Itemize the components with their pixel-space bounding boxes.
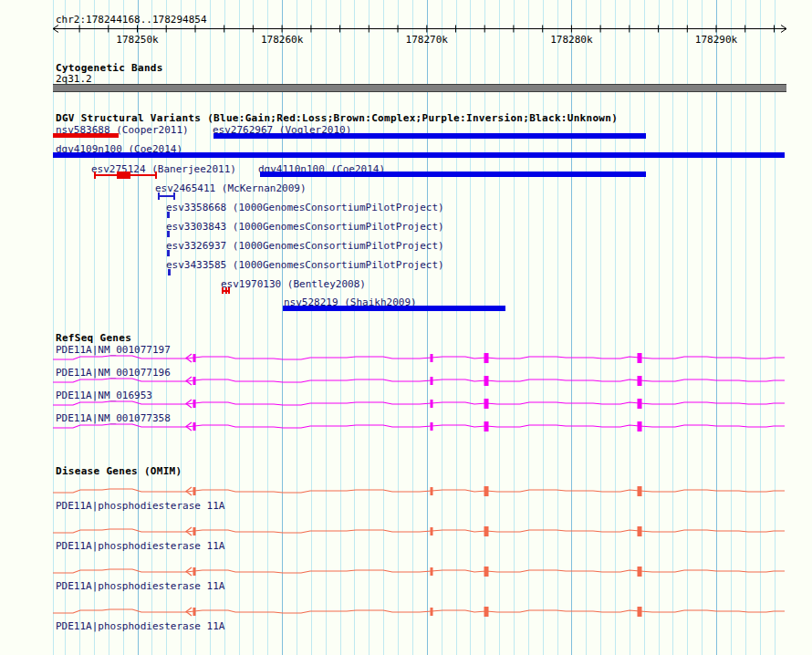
gene-exon-tick	[484, 567, 489, 577]
gene-exon-tick	[431, 567, 433, 576]
gridline	[267, 0, 268, 655]
dgv-feature-ibeam[interactable]	[94, 172, 157, 179]
dgv-feature-label[interactable]: esv3326937 (1000GenomesConsortiumPilotPr…	[166, 240, 444, 252]
refseq-transcript-glyph[interactable]	[0, 419, 812, 434]
gene-exon-tick	[193, 354, 196, 362]
dgv-feature-tick[interactable]	[168, 269, 171, 276]
gridline	[630, 0, 630, 655]
ibeam-end	[225, 287, 227, 294]
dgv-feature-bar[interactable]	[283, 306, 505, 311]
gene-exon-tick	[431, 400, 433, 408]
dgv-feature-bar[interactable]	[53, 133, 119, 138]
axis-tick-label: 178250k	[116, 34, 158, 46]
dgv-feature-bar[interactable]	[213, 133, 646, 139]
gene-exon-tick	[484, 607, 489, 617]
dgv-feature-ibeam[interactable]	[222, 287, 230, 294]
gene-exon-tick	[431, 422, 433, 431]
dgv-feature-bar[interactable]	[53, 152, 785, 158]
gene-exon-tick	[431, 487, 433, 495]
gene-exon-tick	[193, 400, 196, 408]
gridline	[470, 0, 471, 655]
gridline	[94, 0, 95, 655]
gridline	[484, 0, 485, 655]
omim-gene-label[interactable]: PDE11A|phosphodiesterase 11A	[56, 500, 224, 512]
omim-gene-glyph[interactable]	[0, 564, 812, 579]
refseq-transcript-glyph[interactable]	[0, 350, 812, 366]
axis-tick-label: 178270k	[406, 34, 448, 46]
omim-track-header: Disease Genes (OMIM)	[56, 465, 182, 477]
refseq-transcript-glyph[interactable]	[0, 373, 812, 389]
gene-exon-tick	[431, 608, 433, 616]
omim-gene-label[interactable]: PDE11A|phosphodiesterase 11A	[56, 620, 224, 632]
gridline	[224, 0, 225, 655]
gridline	[109, 0, 109, 655]
gridline	[716, 0, 717, 655]
gridline	[659, 0, 660, 655]
gene-exon-tick	[484, 353, 489, 363]
gridline	[253, 0, 254, 655]
gridline	[282, 0, 283, 655]
gene-exon-tick	[638, 486, 642, 496]
dgv-feature-label[interactable]: esv2465411 (McKernan2009)	[155, 182, 307, 194]
gene-exon-tick	[484, 421, 489, 431]
gridline	[427, 0, 428, 655]
gene-intron-line	[53, 379, 785, 382]
gridline	[571, 0, 572, 655]
gridline	[138, 0, 139, 655]
dgv-feature-bar[interactable]	[260, 172, 646, 177]
dgv-feature-label[interactable]: esv3433585 (1000GenomesConsortiumPilotPr…	[166, 259, 444, 271]
ibeam-box	[117, 172, 130, 179]
gene-exon-tick	[638, 376, 642, 386]
gridline	[79, 0, 80, 655]
left-arrow-icon	[53, 29, 58, 33]
omim-gene-glyph[interactable]	[0, 483, 812, 499]
dgv-feature-ibeam[interactable]	[158, 192, 175, 200]
gene-exon-tick	[638, 421, 642, 431]
gridline	[687, 0, 688, 655]
ibeam-end	[158, 192, 160, 200]
genome-browser-panel: chr2:178244168..178294854 178250k178260k…	[0, 0, 812, 655]
right-arrow-icon	[781, 26, 786, 29]
dgv-feature-tick[interactable]	[167, 212, 170, 218]
ibeam-end	[94, 172, 96, 179]
gridline	[65, 0, 66, 655]
gene-exon-tick	[484, 486, 489, 496]
gridline	[456, 0, 457, 655]
gridline	[672, 0, 673, 655]
gridline	[195, 0, 196, 655]
gene-exon-tick	[193, 608, 196, 616]
axis-tick-label: 178260k	[261, 34, 303, 46]
gene-intron-line	[53, 609, 785, 613]
gene-exon-tick	[638, 567, 642, 577]
omim-gene-glyph[interactable]	[0, 524, 812, 539]
gridline	[615, 0, 616, 655]
gene-exon-tick	[431, 354, 433, 362]
omim-gene-label[interactable]: PDE11A|phosphodiesterase 11A	[56, 580, 224, 592]
gridline	[297, 0, 297, 655]
gridline	[210, 0, 211, 655]
dgv-feature-tick[interactable]	[167, 250, 170, 256]
dgv-feature-label[interactable]: esv3358668 (1000GenomesConsortiumPilotPr…	[166, 202, 444, 213]
axis-tick-label: 178290k	[695, 34, 737, 46]
omim-gene-label[interactable]: PDE11A|phosphodiesterase 11A	[56, 540, 224, 552]
cytoband-bar[interactable]	[53, 84, 786, 92]
dgv-feature-label[interactable]: esv1970130 (Bentley2008)	[221, 278, 366, 290]
gene-exon-tick	[638, 607, 642, 617]
gridline	[181, 0, 182, 655]
gridline	[354, 0, 355, 655]
gridline	[442, 0, 442, 655]
dgv-feature-label[interactable]: esv3303843 (1000GenomesConsortiumPilotPr…	[166, 221, 444, 233]
axis-tick-label: 178280k	[550, 34, 592, 46]
gridline	[745, 0, 746, 655]
omim-gene-glyph[interactable]	[0, 604, 812, 619]
dgv-feature-tick[interactable]	[167, 231, 170, 237]
gridline	[311, 0, 312, 655]
gene-exon-tick	[484, 399, 489, 409]
gene-exon-tick	[638, 399, 642, 409]
gene-exon-tick	[638, 353, 642, 363]
gene-exon-tick	[193, 527, 196, 535]
refseq-transcript-glyph[interactable]	[0, 396, 812, 411]
refseq-track-header: RefSeq Genes	[56, 332, 131, 344]
gene-exon-tick	[431, 377, 433, 385]
gene-intron-line	[53, 356, 785, 359]
